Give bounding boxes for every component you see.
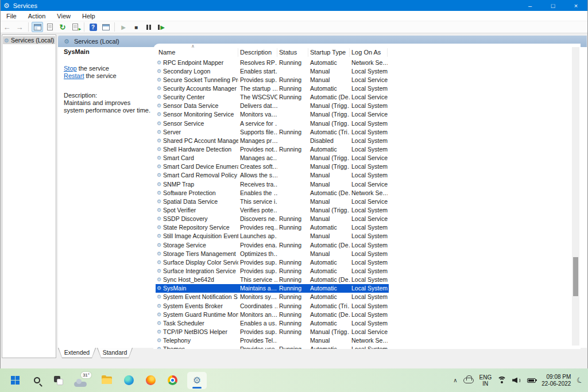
service-gear-icon: ⚙ bbox=[157, 86, 161, 91]
show-console-tree-button[interactable] bbox=[32, 22, 43, 32]
table-row[interactable]: ⚙Smart Card Manages ac… Manual (Trigg… L… bbox=[156, 154, 389, 162]
service-gear-icon: ⚙ bbox=[157, 329, 161, 335]
service-gear-icon: ⚙ bbox=[157, 207, 161, 213]
table-row[interactable]: ⚙Surface Integration Service Provides su… bbox=[156, 266, 389, 275]
table-row[interactable]: ⚙System Guard Runtime Mon… Monitors an… … bbox=[156, 310, 389, 319]
weather-temperature: 31° bbox=[81, 372, 91, 378]
pause-service-button[interactable] bbox=[143, 22, 154, 32]
properties-button[interactable] bbox=[44, 22, 56, 32]
table-row[interactable]: ⚙Spot Verifier Verifies pote… Manual (Tr… bbox=[156, 205, 389, 214]
table-row[interactable]: ⚙Still Image Acquisition Events Launches… bbox=[156, 232, 389, 240]
table-row[interactable]: ⚙Task Scheduler Enables a us… Running Au… bbox=[156, 319, 389, 327]
hidden-icons-chevron[interactable]: ∧ bbox=[453, 377, 457, 383]
table-row[interactable]: ⚙Storage Tiers Management Optimizes th… … bbox=[156, 249, 389, 258]
table-row[interactable]: ⚙System Events Broker Coordinates … Runn… bbox=[156, 301, 389, 310]
column-header-status[interactable]: Status bbox=[277, 48, 308, 57]
weather-widget[interactable]: 31° bbox=[74, 374, 92, 387]
column-header-log-on-as[interactable]: Log On As bbox=[350, 48, 388, 57]
battery-icon[interactable] bbox=[527, 378, 536, 383]
table-row[interactable]: ⚙RPC Endpoint Mapper Resolves RP… Runnin… bbox=[156, 58, 389, 67]
time-text: 09:08 PM bbox=[541, 374, 571, 381]
task-view-button[interactable] bbox=[52, 374, 65, 387]
menu-file[interactable]: File bbox=[1, 11, 22, 21]
wifi-icon[interactable] bbox=[497, 377, 506, 384]
tab-standard[interactable]: Standard bbox=[97, 348, 133, 358]
show-action-pane-button[interactable] bbox=[100, 22, 111, 32]
volume-icon[interactable] bbox=[512, 377, 521, 384]
back-button[interactable]: ← bbox=[1, 22, 13, 32]
search-button[interactable] bbox=[30, 374, 44, 387]
table-row[interactable]: ⚙Surface Display Color Service Provides … bbox=[156, 258, 389, 266]
menu-view[interactable]: View bbox=[51, 11, 76, 21]
firefox-button[interactable] bbox=[144, 374, 157, 387]
menu-help[interactable]: Help bbox=[76, 11, 101, 21]
restart-service-button[interactable]: ▶ bbox=[156, 22, 167, 32]
vertical-scrollbar[interactable] bbox=[572, 47, 579, 346]
table-row[interactable]: ⚙Software Protection Enables the … Autom… bbox=[156, 188, 389, 197]
table-row[interactable]: ⚙Smart Card Removal Policy Allows the s…… bbox=[156, 171, 389, 180]
restart-service-link[interactable]: Restart bbox=[64, 72, 84, 79]
service-detail-pane: SysMain Stop the service Restart the ser… bbox=[64, 48, 151, 114]
maximize-button[interactable]: □ bbox=[541, 0, 564, 11]
table-row[interactable]: ⚙Security Accounts Manager The startup …… bbox=[156, 84, 389, 92]
clock[interactable]: 09:08 PM 22-06-2022 bbox=[541, 374, 571, 387]
services-taskbar-button[interactable]: ⚙ bbox=[187, 372, 207, 389]
table-row[interactable]: ⚙TCP/IP NetBIOS Helper Provides sup… Run… bbox=[156, 327, 389, 336]
task-view-icon bbox=[54, 376, 63, 385]
column-header-name[interactable]: Name bbox=[156, 48, 238, 57]
screen: ⚙ Services – □ × File Action View Help ←… bbox=[0, 0, 588, 392]
table-row[interactable]: ⚙SysMain Maintains a… Running Automatic … bbox=[156, 284, 389, 293]
file-explorer-button[interactable] bbox=[100, 374, 114, 387]
service-gear-icon: ⚙ bbox=[157, 294, 161, 300]
table-row[interactable]: ⚙SNMP Trap Receives tra… Manual Local Se… bbox=[156, 180, 389, 188]
column-header-description[interactable]: Description bbox=[238, 48, 277, 57]
table-row[interactable]: ⚙SSDP Discovery Discovers ne… Running Ma… bbox=[156, 215, 389, 223]
table-row[interactable]: ⚙Themes Provides use… Running Automatic … bbox=[156, 345, 389, 349]
table-row[interactable]: ⚙Telephony Provides Tel… Manual Network … bbox=[156, 336, 389, 345]
table-row[interactable]: ⚙Storage Service Provides ena… Running A… bbox=[156, 240, 389, 249]
service-gear-icon: ⚙ bbox=[157, 268, 161, 274]
table-row[interactable]: ⚙Smart Card Device Enumerat… Creates sof… bbox=[156, 162, 389, 171]
focus-assist-moon-icon[interactable]: ☾ bbox=[575, 375, 585, 385]
tab-extended[interactable]: Extended bbox=[58, 348, 96, 358]
restart-icon: ▶ bbox=[158, 24, 165, 30]
forward-button[interactable]: → bbox=[14, 22, 25, 32]
service-gear-icon: ⚙ bbox=[157, 312, 161, 317]
service-gear-icon: ⚙ bbox=[157, 242, 161, 248]
table-row[interactable]: ⚙Sensor Service A service for … Manual (… bbox=[156, 119, 389, 127]
tree-item-services-local[interactable]: ⚙ Services (Local) bbox=[3, 36, 55, 44]
table-row[interactable]: ⚙Shared PC Account Manager Manages pr… D… bbox=[156, 136, 389, 145]
table-row[interactable]: ⚙System Event Notification S… Monitors s… bbox=[156, 293, 389, 301]
language-indicator[interactable]: ENG IN bbox=[479, 374, 492, 387]
edge-button[interactable] bbox=[122, 374, 136, 387]
stop-service-button[interactable]: ■ bbox=[130, 22, 142, 32]
onedrive-icon[interactable] bbox=[463, 378, 474, 383]
start-button[interactable] bbox=[8, 374, 22, 387]
table-row[interactable]: ⚙Secure Socket Tunneling Pro… Provides s… bbox=[156, 75, 389, 84]
minimize-button[interactable]: – bbox=[519, 0, 541, 11]
table-row[interactable]: ⚙Sync Host_be642d This service … Running… bbox=[156, 275, 389, 284]
table-row[interactable]: ⚙Sensor Data Service Delivers dat… Manua… bbox=[156, 102, 389, 110]
export-list-button[interactable]: ▸ bbox=[69, 22, 81, 32]
scrollbar-thumb[interactable] bbox=[573, 257, 578, 296]
table-row[interactable]: ⚙Sensor Monitoring Service Monitors va… … bbox=[156, 110, 389, 119]
search-icon bbox=[34, 377, 40, 383]
taskbar: 31° ⚙ ∧ ENG IN 09:08 PM 22-0 bbox=[0, 368, 588, 392]
column-header-startup-type[interactable]: Startup Type bbox=[308, 48, 350, 57]
help-button[interactable]: ? bbox=[87, 22, 99, 32]
start-service-button[interactable]: ▶ bbox=[118, 22, 129, 32]
service-gear-icon: ⚙ bbox=[157, 224, 161, 230]
table-row[interactable]: ⚙Shell Hardware Detection Provides not… … bbox=[156, 145, 389, 153]
table-row[interactable]: ⚙Security Center The WSCSVC… Running Aut… bbox=[156, 93, 389, 102]
table-row[interactable]: ⚙Spatial Data Service This service i… Ma… bbox=[156, 197, 389, 205]
close-button[interactable]: × bbox=[564, 0, 587, 11]
stop-service-link[interactable]: Stop bbox=[64, 65, 77, 72]
refresh-button[interactable]: ↻ bbox=[57, 22, 68, 32]
chrome-button[interactable] bbox=[165, 374, 179, 387]
table-row[interactable]: ⚙Secondary Logon Enables start… Manual L… bbox=[156, 67, 389, 75]
export-list-icon bbox=[72, 24, 78, 30]
menu-action[interactable]: Action bbox=[22, 11, 52, 21]
table-row[interactable]: ⚙State Repository Service Provides req… … bbox=[156, 223, 389, 232]
table-row[interactable]: ⚙Server Supports file… Running Automatic… bbox=[156, 127, 389, 136]
service-gear-icon: ⚙ bbox=[157, 60, 161, 65]
